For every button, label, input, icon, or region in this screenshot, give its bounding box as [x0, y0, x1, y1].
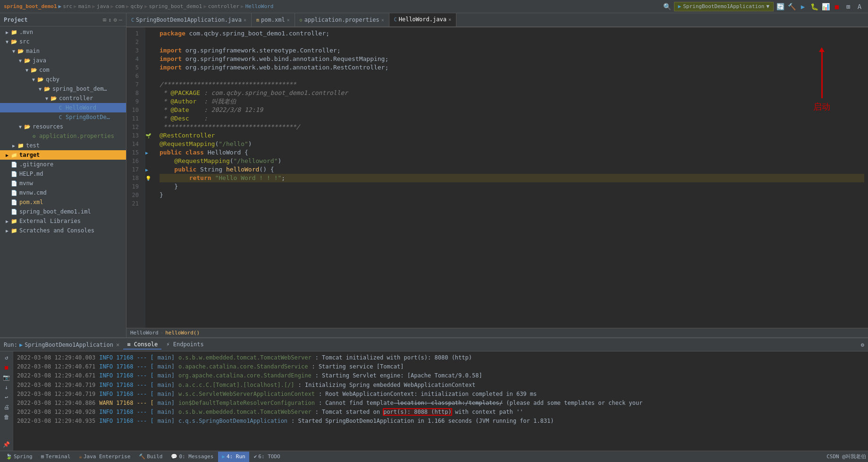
nav-tab-spring[interactable]: 🍃 Spring — [2, 452, 36, 462]
bottom-tabs: ≡ Console ⚡ Endpoints — [123, 340, 208, 350]
gutter-19 — [145, 182, 156, 191]
project-name: spring_boot_demo1 — [4, 3, 57, 9]
clear-icon[interactable]: 🗑 — [2, 413, 11, 421]
tree-item-qcby[interactable]: ▼ 📂 qcby — [0, 75, 126, 84]
tree-label-ext-libs: External Libraries — [19, 218, 81, 224]
tab-close-helloword[interactable]: × — [448, 17, 451, 22]
log-level-5: WARN 17168 --- [ — [99, 399, 154, 408]
soft-wrap-icon[interactable]: ↩ — [2, 393, 11, 402]
bottom-panel-settings-icon[interactable]: ⚙ — [861, 342, 864, 348]
nav-tab-build[interactable]: 🔨 Build — [135, 452, 166, 462]
code-lines[interactable]: package com.qcby.spring_boot_demo1.contr… — [156, 27, 868, 328]
folder-icon-mvn: 📁 — [10, 28, 18, 36]
print-icon[interactable]: 🖨 — [2, 403, 11, 411]
run-config[interactable]: ▶ SpringBootDemo1Application ▼ — [674, 2, 774, 11]
tree-item-src[interactable]: ▼ 📂 src — [0, 37, 126, 46]
startup-annotation: 启动 — [813, 51, 830, 112]
tree-item-mvnw-cmd[interactable]: ▶ 📄 mvnw.cmd — [0, 188, 126, 197]
tree-item-com[interactable]: ▼ 📂 com — [0, 65, 126, 75]
line-num-11: 11 — [126, 114, 143, 123]
tree-arrow-target: ▶ — [4, 153, 10, 158]
tree-label-iml: spring_boot_demo1.iml — [19, 208, 91, 215]
file-icon-iml: 📄 — [10, 208, 18, 215]
search-icon[interactable]: 🔍 — [663, 2, 672, 11]
tree-item-mvnw[interactable]: ▶ 📄 mvnw — [0, 179, 126, 188]
sidebar-close-icon[interactable]: — — [119, 17, 122, 23]
sidebar-collapse-icon[interactable]: ⊞ — [103, 17, 106, 23]
sidebar-sort-icon[interactable]: ↕ — [108, 17, 111, 23]
tree-item-springbootde[interactable]: ▶ C SpringBootDe… — [0, 112, 126, 122]
tab-springbootapp[interactable]: C SpringBootDemo1Application.java × — [126, 13, 252, 27]
run-icon[interactable]: ▶ — [798, 2, 808, 11]
debug-icon[interactable]: 🐛 — [809, 2, 819, 11]
tree-item-resources[interactable]: ▼ 📂 resources — [0, 122, 126, 131]
tree-item-java[interactable]: ▼ 📂 java — [0, 56, 126, 65]
tree-item-pom[interactable]: ▶ 📄 pom.xml — [0, 197, 126, 207]
pin-icon[interactable]: 📌 — [2, 440, 11, 449]
restart-icon[interactable]: ↺ — [2, 353, 11, 362]
tab-pom[interactable]: m pom.xml × — [252, 13, 295, 27]
tree-item-iml[interactable]: ▶ 📄 spring_boot_demo1.iml — [0, 207, 126, 216]
bottom-tab-endpoints[interactable]: ⚡ Endpoints — [162, 340, 208, 350]
console-content: 2022-03-08 12:29:40.003 INFO 17168 --- [… — [13, 351, 868, 451]
tree-item-help[interactable]: ▶ 📄 HELP.md — [0, 169, 126, 179]
tree-item-ext-libs[interactable]: ▶ 📁 External Libraries — [0, 216, 126, 226]
code-line-12: ************************************/ — [160, 123, 864, 131]
tree-label-gitignore: .gitignore — [19, 161, 53, 168]
nav-tab-run[interactable]: ▶ 4: Run — [218, 452, 249, 462]
log-time-1: 2022-03-08 12:29:40.671 — [17, 362, 95, 371]
stop-console-icon[interactable]: ■ — [2, 363, 11, 372]
build-nav-icon: 🔨 — [139, 453, 145, 460]
gutter-21 — [145, 199, 156, 208]
folder-icon-controller: 📂 — [50, 94, 58, 102]
log-line-0: 2022-03-08 12:29:40.003 INFO 17168 --- [… — [17, 353, 864, 362]
log-class-3: o.a.c.c.C.[Tomcat].[localhost].[/] — [178, 381, 295, 390]
tree-item-gitignore[interactable]: ▶ 📄 .gitignore — [0, 160, 126, 169]
nav-tab-terminal[interactable]: ⊞ Terminal — [37, 452, 75, 462]
nav-tab-java-enterprise[interactable]: ☕ Java Enterprise — [75, 452, 134, 462]
tree-item-mvn[interactable]: ▶ 📁 .mvn — [0, 27, 126, 37]
tree-item-main[interactable]: ▼ 📂 main — [0, 46, 126, 56]
stop-icon[interactable]: ■ — [832, 2, 842, 11]
tab-close-pom[interactable]: × — [287, 17, 290, 23]
gutter-14 — [145, 140, 156, 148]
nav-tab-messages[interactable]: 💬 0: Messages — [167, 452, 217, 462]
log-time-5: 2022-03-08 12:29:40.886 — [17, 399, 95, 408]
log-time-3: 2022-03-08 12:29:40.719 — [17, 381, 95, 390]
top-bar: spring_boot_demo1 ▶ src ▶ main ▶ java ▶ … — [0, 0, 868, 13]
tab-helloword[interactable]: C HelloWord.java × — [389, 13, 456, 27]
tree-item-helloword[interactable]: ▶ C HelloWord — [0, 103, 126, 112]
tab-close-springbootapp[interactable]: × — [244, 17, 246, 23]
translate-icon[interactable]: A — [855, 2, 864, 11]
tree-item-scratches[interactable]: ▶ 📁 Scratches and Consoles — [0, 226, 126, 235]
run-close[interactable]: × — [116, 342, 119, 348]
log-line-4: 2022-03-08 12:29:40.719 INFO 17168 --- [… — [17, 390, 864, 399]
folder-icon-ext-libs: 📁 — [10, 217, 18, 225]
nav-tab-todo[interactable]: ✔ 6: TODO — [250, 452, 284, 462]
profile-icon[interactable]: 📊 — [821, 2, 830, 11]
build-icon[interactable]: 🔨 — [787, 2, 796, 11]
tree-item-controller[interactable]: ▼ 📂 controller — [0, 94, 126, 103]
tree-item-spring-boot-demo[interactable]: ▼ 📂 spring_boot_dem… — [0, 84, 126, 94]
gutter-10 — [145, 106, 156, 114]
scroll-end-icon[interactable]: ↓ — [2, 383, 11, 392]
bottom-tab-console[interactable]: ≡ Console — [123, 340, 161, 350]
refresh-icon[interactable]: 🔄 — [775, 2, 785, 11]
tree-item-target[interactable]: ▶ 📁 target — [0, 150, 126, 160]
java-icon-springbootde: C — [57, 113, 64, 121]
tab-app-props[interactable]: ⚙ application.properties × — [295, 13, 389, 27]
tree-label-resources: resources — [33, 123, 63, 130]
todo-nav-label: 6: TODO — [258, 453, 280, 460]
code-line-9: * @Author : 叫我老伯 — [160, 97, 864, 106]
line-num-21: 21 — [126, 199, 143, 208]
sidebar-gear-icon[interactable]: ⚙ — [114, 17, 117, 23]
tree-item-app-props[interactable]: ▶ ⚙ application.properties — [0, 131, 126, 141]
tree-item-test[interactable]: ▶ 📁 test — [0, 141, 126, 150]
java-enterprise-nav-icon: ☕ — [79, 453, 82, 460]
tab-props-icon: ⚙ — [300, 17, 303, 23]
layout-icon[interactable]: ⊞ — [843, 2, 853, 11]
tab-close-app-props[interactable]: × — [381, 17, 384, 23]
camera-icon[interactable]: 📷 — [2, 373, 11, 382]
endpoints-icon: ⚡ — [166, 341, 169, 348]
sidebar-title: Project — [4, 17, 28, 23]
